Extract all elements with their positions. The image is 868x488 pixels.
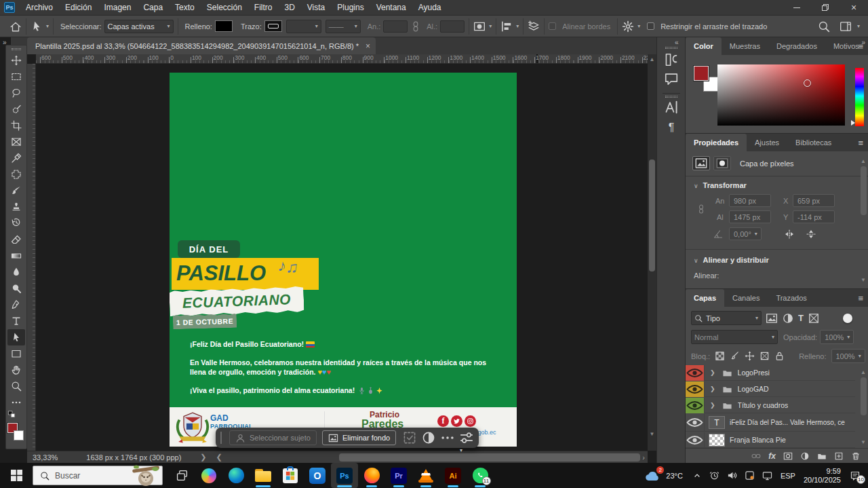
workspace-icon[interactable] [840,20,852,33]
tab-muestras[interactable]: Muestras [722,37,768,55]
menu-edicion[interactable]: Edición [60,1,97,14]
group-expand-icon[interactable]: ❯ [710,402,715,409]
comments-panel-icon[interactable] [664,71,679,86]
outlook-icon[interactable]: O [304,463,331,488]
menu-imagen[interactable]: Imagen [98,1,136,14]
filter-type-icon[interactable]: T [798,313,804,323]
flip-horizontal-icon[interactable] [783,229,795,240]
toolbar-grip[interactable] [12,48,21,50]
current-tool-icon[interactable] [31,20,43,33]
brush-tool[interactable] [7,183,25,199]
firefox-icon[interactable] [358,463,385,488]
layers-panel-menu-icon[interactable]: ≡ [858,293,863,303]
vlc-icon[interactable] [412,463,439,488]
type-tool[interactable] [7,313,25,329]
fill-swatch[interactable] [215,20,233,32]
home-icon[interactable] [9,20,22,33]
menu-ayuda[interactable]: Ayuda [413,1,447,14]
illustrator-icon[interactable]: Ai [439,463,467,488]
quick-selection-tool[interactable] [7,101,25,117]
bar-properties-icon[interactable] [458,430,475,445]
panel-foreground-swatch[interactable] [694,66,709,81]
add-mask-icon[interactable] [783,451,793,461]
adjustment-contrast-icon[interactable] [420,430,437,445]
layer-row-titulo[interactable]: ❯ Título y cuadros [686,398,855,413]
crop-tool[interactable] [7,117,25,134]
microsoft-store-icon[interactable] [277,463,304,488]
hue-slider-arrow[interactable] [851,120,855,126]
restringir-checkbox[interactable] [647,22,654,30]
menu-seleccion[interactable]: Selección [201,1,248,14]
color-field[interactable] [717,64,845,126]
rectangle-tool[interactable] [7,345,25,362]
adjustment-layer-icon[interactable] [800,451,810,461]
expand-panels-icon[interactable]: « [675,39,679,46]
tab-canales[interactable]: Canales [724,289,768,307]
vertical-scrollbar[interactable]: ▲ ▼ [648,54,656,451]
menu-3d[interactable]: 3D [279,1,300,14]
clone-stamp-tool[interactable] [7,199,25,215]
default-swatches-icon[interactable] [7,411,17,419]
tool-preset-caret-icon[interactable]: ▾ [46,23,49,29]
notification-center-icon[interactable]: 10 [846,463,864,488]
whatsapp-icon[interactable]: 11 [467,463,494,488]
more-tools[interactable] [7,394,25,411]
menu-ventana[interactable]: Ventana [371,1,412,14]
zoom-tool[interactable] [7,378,25,394]
lock-transparent-icon[interactable] [715,351,725,361]
hand-tool[interactable] [7,362,25,378]
group-expand-icon[interactable]: ❯ [710,369,715,376]
snip-update-icon[interactable] [741,463,759,488]
search-icon[interactable] [818,20,830,33]
copilot-icon[interactable] [195,463,222,488]
language-indicator[interactable]: ESP [781,472,795,480]
scroll-right-icon[interactable]: › [642,453,645,462]
path-selection-tool[interactable] [7,329,25,345]
visibility-eye-icon[interactable] [686,396,704,415]
menu-archivo[interactable]: Archivo [20,1,58,14]
patch-tool[interactable] [7,166,25,183]
paragraph-panel-icon[interactable]: ¶ [664,120,679,135]
vertical-ruler[interactable] [27,64,36,451]
hue-slider[interactable] [855,68,864,126]
menu-filtro[interactable]: Filtro [249,1,278,14]
props-scroll-up-icon[interactable]: ▲ [861,158,866,164]
edge-icon[interactable] [222,463,250,488]
start-button[interactable] [3,463,30,488]
clock[interactable]: 9:59 20/10/2025 [804,467,841,485]
status-popup-icon2[interactable]: ❮ [216,453,222,462]
color-field-cursor[interactable] [804,79,811,87]
menu-capa[interactable]: Capa [138,1,168,14]
filter-pixel-icon[interactable] [766,312,778,324]
layer-filter-dropdown[interactable]: Tipo▾ [691,311,762,325]
horizontal-ruler[interactable]: 6005004003002001000100200300400500600700… [36,54,648,64]
layer-style-icon[interactable]: fx [768,451,776,461]
visibility-eye-icon[interactable] [686,380,704,398]
dodge-tool[interactable] [7,280,25,297]
taskbar-drag-handle[interactable] [220,432,225,444]
character-panel-icon[interactable] [664,100,679,115]
tab-trazados[interactable]: Trazados [768,289,814,307]
path-alignment-icon[interactable] [500,20,513,33]
lock-all-icon[interactable] [774,351,785,361]
document-tab[interactable]: Plantilla 2025.psd al 33,3% (504664122_5… [27,37,376,54]
vertical-scroll-thumb[interactable] [649,159,655,271]
tab-capas[interactable]: Capas [686,289,724,307]
history-brush-tool[interactable] [7,215,25,231]
layer-row-logogad[interactable]: ❯ LogoGAD [686,381,855,397]
filter-smartobject-icon[interactable] [824,312,836,324]
filter-toggle[interactable] [843,314,852,323]
mask-icon[interactable] [713,156,731,170]
focus-clock-icon[interactable] [706,463,724,488]
stroke-swatch[interactable] [264,20,282,32]
layer-row-franja[interactable]: Franja Blanca Pie [686,432,855,448]
file-explorer-icon[interactable] [250,463,277,488]
props-scroll-down-icon[interactable]: ▼ [861,277,866,283]
pen-tool[interactable] [7,297,25,313]
collapse-dock-icon[interactable]: » [861,39,865,46]
menu-plugins[interactable]: Plugins [332,1,369,14]
gradient-tool[interactable] [7,248,25,264]
tab-close-icon[interactable]: × [366,41,370,51]
lock-position-icon[interactable] [745,351,755,361]
display-cast-icon[interactable] [759,463,776,488]
